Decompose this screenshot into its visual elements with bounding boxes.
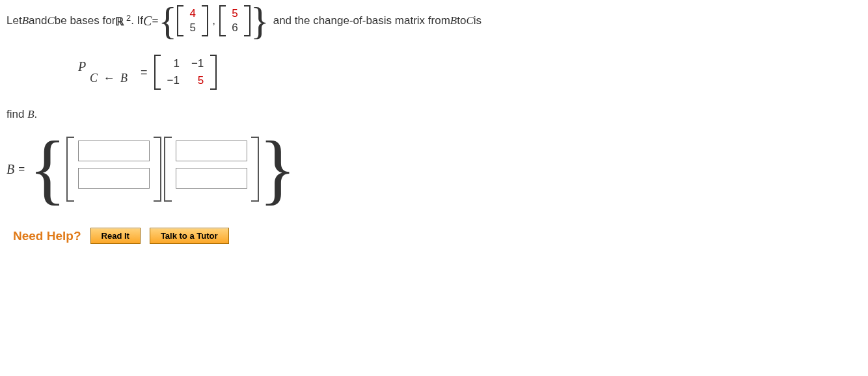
c1-bot: 5 xyxy=(187,21,198,35)
task-end: . xyxy=(34,108,38,120)
answer-equals: = xyxy=(14,163,29,176)
basis-C-glyph: C xyxy=(47,14,54,27)
answer-b2-bot[interactable] xyxy=(176,168,247,189)
talk-to-tutor-button[interactable]: Talk to a Tutor xyxy=(150,228,229,244)
text-is: is xyxy=(474,14,481,27)
text-bases-for: be bases for xyxy=(55,14,116,27)
equals-2: = xyxy=(134,66,154,79)
text-and: and xyxy=(29,14,47,27)
text-and-change: and the change-of-basis matrix from xyxy=(273,14,450,27)
task-line: find B. xyxy=(7,108,861,121)
need-help-label: Need Help? xyxy=(13,229,81,243)
p-r1c2: −1 xyxy=(191,57,204,70)
c2-top: 5 xyxy=(230,7,240,21)
real-R: ℝ xyxy=(115,16,123,28)
comma: , xyxy=(208,14,219,27)
space-R2: ℝ 2 xyxy=(115,13,131,29)
text-if: . If xyxy=(131,14,143,27)
answer-row: B = { } xyxy=(7,137,861,202)
p-r2c1: −1 xyxy=(167,74,180,87)
C-vector-1: 4 5 xyxy=(177,5,208,36)
P-letter: P xyxy=(78,59,86,74)
left-brace: { xyxy=(158,5,177,36)
answer-b1-bot[interactable] xyxy=(78,168,150,189)
task-text: find xyxy=(7,108,27,120)
c2-bot: 6 xyxy=(230,21,240,35)
basis-B-glyph-3: B xyxy=(27,108,34,120)
answer-left-brace: { xyxy=(29,142,66,196)
basis-B-glyph: B xyxy=(22,14,29,27)
text-to: to xyxy=(457,14,466,27)
change-of-basis-row: P C ← B = 1 −1 −1 5 xyxy=(78,55,861,90)
exponent-2: 2 xyxy=(126,13,131,23)
answer-right-brace: } xyxy=(259,142,297,196)
P-matrix: 1 −1 −1 5 xyxy=(154,55,217,90)
P-label-block: P C ← B xyxy=(78,59,128,85)
right-brace: } xyxy=(251,5,269,36)
basis-C-glyph-3: C xyxy=(466,14,473,27)
c1-top: 4 xyxy=(187,7,198,21)
answer-b1-top[interactable] xyxy=(78,141,150,161)
text-let: Let xyxy=(7,14,22,27)
help-row: Need Help? Read It Talk to a Tutor xyxy=(13,228,861,244)
basis-B-glyph-2: B xyxy=(450,14,457,27)
read-it-button[interactable]: Read It xyxy=(90,228,141,244)
equals-1: = xyxy=(152,14,158,27)
p-r2c2: 5 xyxy=(191,74,204,87)
answer-b2-top[interactable] xyxy=(176,141,247,161)
p-r1c1: 1 xyxy=(167,57,180,70)
answer-vector-1 xyxy=(66,137,161,202)
answer-B-glyph: B xyxy=(7,162,14,177)
P-subscript: C ← B xyxy=(90,72,128,85)
basis-C-glyph-2: C xyxy=(143,14,152,29)
answer-vector-2 xyxy=(164,137,259,202)
C-vector-2: 5 6 xyxy=(219,5,251,36)
problem-line-1: Let B and C be bases for ℝ 2 . If C = { … xyxy=(7,5,861,36)
